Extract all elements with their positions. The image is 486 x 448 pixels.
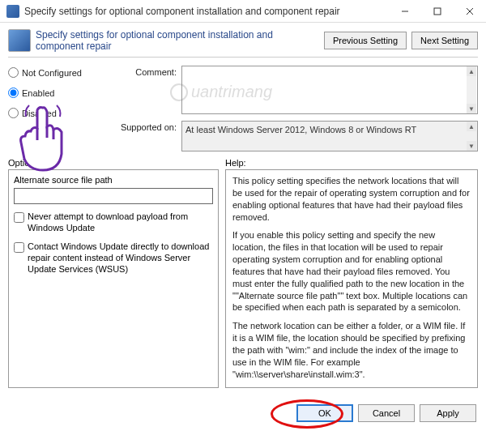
scroll-down-icon[interactable]: ▼ (467, 104, 476, 113)
radio-enabled-label: Enabled (22, 88, 54, 98)
contact-wsus-checkbox-row[interactable]: Contact Windows Update directly to downl… (14, 241, 213, 275)
radio-not-configured-input[interactable] (8, 67, 19, 78)
help-paragraph: If you disable or do not configure this … (232, 387, 471, 389)
minimize-button[interactable] (389, 0, 421, 23)
help-paragraph: If you enable this policy setting and sp… (232, 229, 471, 314)
previous-setting-button[interactable]: Previous Setting (324, 32, 407, 49)
options-label: Options: (8, 158, 219, 168)
window-title: Specify settings for optional component … (24, 6, 389, 17)
radio-disabled[interactable]: Disabled (8, 108, 105, 118)
radio-enabled-input[interactable] (8, 87, 19, 98)
scroll-up-icon[interactable]: ▲ (467, 122, 476, 131)
separator (8, 57, 478, 58)
comment-textarea[interactable] (181, 66, 478, 114)
supported-on-box: At least Windows Server 2012, Windows 8 … (181, 121, 478, 151)
scroll-up-icon[interactable]: ▲ (467, 66, 476, 76)
app-icon (6, 5, 19, 18)
cancel-button[interactable]: Cancel (358, 404, 415, 422)
contact-wsus-checkbox[interactable] (14, 242, 24, 253)
help-paragraph: This policy setting specifies the networ… (232, 175, 471, 223)
never-download-checkbox[interactable] (14, 212, 24, 223)
header-row: Specify settings for optional component … (8, 29, 478, 52)
policy-description: Specify settings for optional component … (36, 29, 319, 52)
scroll-down-icon[interactable]: ▼ (467, 141, 476, 151)
radio-disabled-input[interactable] (8, 108, 19, 118)
options-panel: Alternate source file path Never attempt… (8, 169, 219, 388)
close-button[interactable] (454, 0, 486, 23)
apply-button[interactable]: Apply (420, 404, 476, 422)
radio-enabled[interactable]: Enabled (8, 87, 105, 98)
policy-icon (8, 29, 31, 52)
help-label: Help: (225, 158, 478, 168)
contact-wsus-label: Contact Windows Update directly to downl… (28, 241, 213, 275)
state-radio-group: Not Configured Enabled Disabled (8, 66, 105, 151)
ok-button[interactable]: OK (296, 404, 353, 422)
comment-label: Comment: (112, 66, 177, 116)
supported-label: Supported on: (112, 121, 177, 151)
alternate-path-input[interactable] (14, 188, 213, 204)
radio-disabled-label: Disabled (22, 109, 57, 118)
svg-rect-1 (434, 8, 441, 15)
window-controls (389, 0, 486, 23)
help-paragraph: The network location can be either a fol… (232, 320, 471, 380)
dialog-footer: OK Cancel Apply (0, 398, 486, 430)
radio-not-configured-label: Not Configured (22, 68, 82, 78)
never-download-checkbox-row[interactable]: Never attempt to download payload from W… (14, 211, 213, 234)
radio-not-configured[interactable]: Not Configured (8, 67, 105, 78)
maximize-button[interactable] (421, 0, 454, 23)
next-setting-button[interactable]: Next Setting (411, 32, 478, 49)
never-download-label: Never attempt to download payload from W… (28, 211, 213, 234)
title-bar: Specify settings for optional component … (0, 0, 486, 23)
help-panel[interactable]: This policy setting specifies the networ… (225, 169, 478, 388)
alternate-path-label: Alternate source file path (14, 175, 213, 185)
